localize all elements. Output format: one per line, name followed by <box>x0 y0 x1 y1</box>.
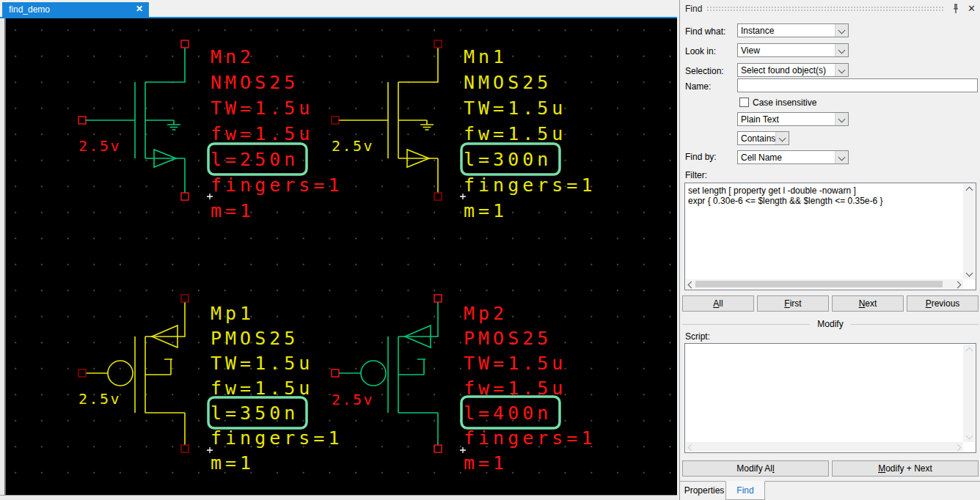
script-textarea[interactable] <box>684 343 976 453</box>
next-button[interactable]: Next <box>832 295 904 312</box>
document-tab-close-icon[interactable]: ✕ <box>136 4 143 14</box>
instance-name-label: Mp1 <box>211 303 255 324</box>
port-square[interactable] <box>434 445 442 452</box>
param-label: m=1 <box>464 200 508 221</box>
tab-find[interactable]: Find <box>725 481 765 500</box>
modify-all-button[interactable]: Modify All <box>682 460 829 477</box>
param-label: TW=1.5u <box>211 353 313 374</box>
param-label: fingers=1 <box>211 174 343 196</box>
port-square[interactable] <box>434 40 442 48</box>
transistor-mn2[interactable]: Mn2 NMOS25 TW=1.5u fw=1.5u l=250n finger… <box>78 40 343 221</box>
tab-properties-label: Properties <box>684 485 725 496</box>
scroll-left-icon[interactable] <box>688 282 695 289</box>
param-label: TW=1.5u <box>211 98 313 119</box>
chevron-down-icon[interactable] <box>835 24 848 37</box>
text-mode-select[interactable]: Plain Text <box>737 112 849 126</box>
script-horizontal-scrollbar[interactable] <box>686 442 963 452</box>
text-mode-value: Plain Text <box>741 114 779 125</box>
param-label: m=1 <box>464 452 508 474</box>
port-square[interactable] <box>332 370 339 377</box>
canvas-bottom-frame <box>0 495 677 500</box>
filter-line: expr { 0.30e-6 <= $length && $length <= … <box>688 196 961 206</box>
tab-find-label: Find <box>736 485 753 496</box>
name-input[interactable] <box>737 78 978 92</box>
find-what-select[interactable]: Instance <box>737 23 849 37</box>
scroll-right-icon[interactable] <box>954 282 962 289</box>
find-what-value: Instance <box>741 26 774 36</box>
cell-name-label: PMOS25 <box>464 328 552 349</box>
transistor-mp2[interactable]: Mp2 PMOS25 TW=1.5u fw=1.5u l=400n finger… <box>332 295 596 474</box>
tab-properties[interactable]: Properties <box>683 482 725 499</box>
param-label: fingers=1 <box>464 427 596 449</box>
panel-drag-grip[interactable] <box>706 6 945 12</box>
port-square[interactable] <box>434 295 442 302</box>
mn2-labels: Mn2 NMOS25 TW=1.5u fw=1.5u l=250n finger… <box>78 46 343 221</box>
chevron-down-icon[interactable] <box>835 64 848 76</box>
scroll-right-icon[interactable] <box>954 444 962 452</box>
param-label: TW=1.5u <box>464 98 566 119</box>
script-label: Script: <box>685 331 710 342</box>
port-square[interactable] <box>181 193 189 200</box>
filter-line: set length [ property get l -double -now… <box>688 185 961 196</box>
filter-textarea[interactable]: set length [ property get l -double -now… <box>684 183 976 290</box>
instance-name-label: Mn1 <box>464 46 508 67</box>
scroll-left-icon[interactable] <box>688 444 695 452</box>
param-label-length: l=300n <box>464 149 552 170</box>
chevron-down-icon[interactable] <box>835 44 848 56</box>
find-panel-header[interactable]: Find ✕ <box>680 0 980 18</box>
transistor-mn1[interactable]: Mn1 NMOS25 TW=1.5u fw=1.5u l=300n finger… <box>332 40 596 221</box>
supply-label: 2.5v <box>332 137 374 155</box>
chevron-down-icon[interactable] <box>835 113 848 125</box>
selection-select[interactable]: Select found object(s) <box>737 63 849 77</box>
scroll-down-icon[interactable] <box>966 433 973 440</box>
mp1-gate-bubble-icon <box>108 361 133 386</box>
chevron-down-icon[interactable] <box>835 151 848 163</box>
mn1-symbol <box>338 48 438 193</box>
first-button[interactable]: First <box>757 295 829 312</box>
port-square[interactable] <box>78 370 86 377</box>
port-square[interactable] <box>434 193 442 200</box>
param-label-length: l=350n <box>211 402 299 424</box>
transistor-mp1[interactable]: Mp1 PMOS25 TW=1.5u fw=1.5u l=350n finger… <box>78 295 343 474</box>
look-in-value: View <box>741 45 760 56</box>
filter-horizontal-scrollbar[interactable] <box>686 279 963 289</box>
find-by-select[interactable]: Cell Name <box>737 150 849 164</box>
supply-label: 2.5v <box>78 137 121 155</box>
modify-next-button[interactable]: Modify + Next <box>832 460 979 477</box>
panel-close-icon[interactable]: ✕ <box>968 3 976 14</box>
scroll-up-icon[interactable] <box>966 348 973 355</box>
find-panel: Find ✕ Find what: Instance Look in: View… <box>679 0 980 500</box>
find-by-value: Cell Name <box>741 152 782 163</box>
document-tab-find-demo[interactable]: find_demo ✕ <box>2 2 149 17</box>
look-in-label: Look in: <box>685 46 716 56</box>
previous-button[interactable]: Previous <box>907 295 979 312</box>
cell-name-label: NMOS25 <box>211 72 299 93</box>
param-label: fw=1.5u <box>464 123 566 144</box>
port-square[interactable] <box>181 295 189 302</box>
port-square[interactable] <box>78 117 86 124</box>
case-insensitive-checkbox[interactable] <box>739 98 749 107</box>
mn1-labels: Mn1 NMOS25 TW=1.5u fw=1.5u l=300n finger… <box>332 46 596 221</box>
script-vertical-scrollbar[interactable] <box>963 345 975 442</box>
look-in-select[interactable]: View <box>737 43 849 57</box>
chevron-down-icon[interactable] <box>775 132 789 144</box>
pin-icon[interactable] <box>951 3 961 15</box>
supply-label: 2.5v <box>332 391 374 408</box>
modify-group-separator: Modify <box>682 319 979 329</box>
all-button[interactable]: All <box>682 295 754 312</box>
schematic-canvas[interactable]: Mn2 NMOS25 TW=1.5u fw=1.5u l=250n finger… <box>6 18 677 495</box>
canvas-left-frame <box>0 18 6 495</box>
param-label: m=1 <box>211 200 255 221</box>
filter-vertical-scrollbar[interactable] <box>963 184 975 279</box>
port-square[interactable] <box>181 445 189 452</box>
panel-bottom-tabbar: Properties Find <box>680 481 980 500</box>
port-square[interactable] <box>332 117 339 124</box>
scroll-down-icon[interactable] <box>966 270 973 277</box>
filter-label: Filter: <box>685 170 707 180</box>
scrollbar-thumb[interactable] <box>695 281 943 287</box>
port-square[interactable] <box>181 40 189 48</box>
scroll-up-icon[interactable] <box>966 187 973 194</box>
document-tab-title: find_demo <box>9 4 50 15</box>
match-mode-select[interactable]: Contains <box>737 131 789 145</box>
param-label: TW=1.5u <box>464 353 566 374</box>
